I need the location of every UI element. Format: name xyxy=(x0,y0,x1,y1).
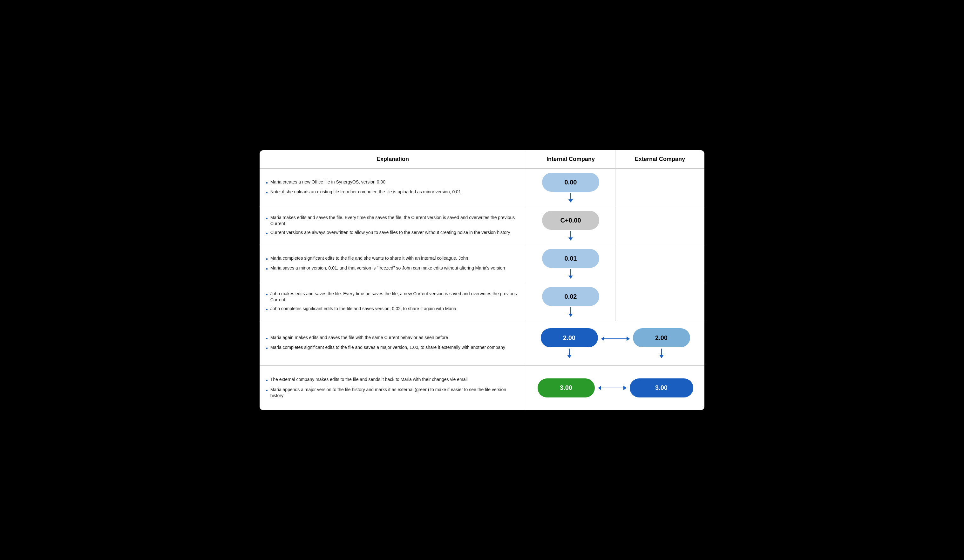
arrow-left xyxy=(601,336,604,341)
version-cell: 0.02 xyxy=(526,283,615,321)
shared-version-row-2: 3.00 3.00 xyxy=(526,366,704,410)
shared-version-row: 2.00 2.00 xyxy=(526,321,704,365)
version-pill: C+0.00 xyxy=(542,211,599,230)
external-cell xyxy=(616,207,704,245)
list-item: ▪ The external company makes edits to th… xyxy=(266,377,519,384)
list-item: ▪ Maria makes edits and saves the file. … xyxy=(266,214,519,227)
list-item: ▪ Maria again makes edits and saves the … xyxy=(266,334,519,342)
internal-header: Internal Company xyxy=(526,150,615,168)
explanation-cell: ▪ John makes edits and saves the file. E… xyxy=(260,283,526,321)
explanation-header: Explanation xyxy=(260,150,526,168)
external-header: External Company xyxy=(616,150,704,168)
version-pill: 0.01 xyxy=(542,249,599,268)
table-row: ▪ Maria again makes edits and saves the … xyxy=(260,321,704,366)
list-item: ▪ Maria appends a major version to the f… xyxy=(266,387,519,399)
arrow-down xyxy=(568,269,573,279)
arrow-down xyxy=(568,193,573,203)
table-row: ▪ John makes edits and saves the file. E… xyxy=(260,283,704,321)
table-row: ▪ Maria creates a new Office file in Syn… xyxy=(260,169,704,207)
bullet-icon: ▪ xyxy=(266,179,268,187)
version-pill-external-2: 3.00 xyxy=(630,378,693,398)
main-table: Explanation Internal Company External Co… xyxy=(260,150,704,410)
bullet-icon: ▪ xyxy=(266,345,268,352)
list-item: ▪ Maria saves a minor version, 0.01, and… xyxy=(266,265,519,273)
bidirectional-arrow xyxy=(601,336,630,341)
external-cell xyxy=(616,245,704,283)
external-version-group: 2.00 xyxy=(633,328,690,358)
bullet-icon: ▪ xyxy=(266,215,268,222)
arrow-right xyxy=(627,336,630,341)
external-version-group-2: 3.00 xyxy=(630,378,693,398)
table-row: ▪ Maria makes edits and saves the file. … xyxy=(260,207,704,245)
explanation-cell: ▪ Maria completes significant edits to t… xyxy=(260,245,526,283)
list-item: ▪ Current versions are always overwritte… xyxy=(266,229,519,237)
list-item: ▪ Maria completes significant edits to t… xyxy=(266,255,519,263)
header-row: Explanation Internal Company External Co… xyxy=(260,150,704,169)
version-pill-internal-2: 3.00 xyxy=(537,378,595,398)
arrow-left-2 xyxy=(598,386,601,390)
version-cell: C+0.00 xyxy=(526,207,615,245)
bullet-icon: ▪ xyxy=(266,387,268,394)
bullet-icon: ▪ xyxy=(266,256,268,263)
explanation-cell: ▪ Maria creates a new Office file in Syn… xyxy=(260,169,526,207)
version-pill: 0.02 xyxy=(542,287,599,306)
explanation-cell: ▪ Maria again makes edits and saves the … xyxy=(260,321,526,365)
bullet-icon: ▪ xyxy=(266,306,268,313)
explanation-cell: ▪ The external company makes edits to th… xyxy=(260,366,526,410)
list-item: ▪ Maria creates a new Office file in Syn… xyxy=(266,179,519,187)
version-cell: 0.01 xyxy=(526,245,615,283)
version-pill-external: 2.00 xyxy=(633,328,690,347)
explanation-cell: ▪ Maria makes edits and saves the file. … xyxy=(260,207,526,245)
table-row: ▪ Maria completes significant edits to t… xyxy=(260,245,704,283)
arrow-line xyxy=(604,338,627,339)
bullet-icon: ▪ xyxy=(266,377,268,384)
version-pill: 0.00 xyxy=(542,173,599,192)
list-item: ▪ Maria completes significant edits to t… xyxy=(266,344,519,352)
list-item: ▪ John makes edits and saves the file. E… xyxy=(266,291,519,303)
external-cell xyxy=(616,169,704,207)
arrow-line-2 xyxy=(601,388,624,388)
bullet-icon: ▪ xyxy=(266,189,268,196)
arrow-down xyxy=(659,349,664,358)
bullet-icon: ▪ xyxy=(266,265,268,273)
list-item: ▪ Note: if she uploads an existing file … xyxy=(266,189,519,196)
internal-version-group-2: 3.00 xyxy=(537,378,595,398)
arrow-down xyxy=(567,349,572,358)
bullet-icon: ▪ xyxy=(266,335,268,342)
list-item: ▪ John completes significant edits to th… xyxy=(266,306,519,313)
version-pill-internal: 2.00 xyxy=(541,328,598,347)
external-cell xyxy=(616,283,704,321)
arrow-down xyxy=(568,231,573,241)
internal-version-group: 2.00 xyxy=(541,328,598,358)
bullet-icon: ▪ xyxy=(266,291,268,298)
arrow-down xyxy=(568,307,573,317)
bidirectional-arrow-2 xyxy=(598,386,627,390)
table-row: ▪ The external company makes edits to th… xyxy=(260,366,704,410)
arrow-right-2 xyxy=(624,386,627,390)
version-cell: 0.00 xyxy=(526,169,615,207)
bullet-icon: ▪ xyxy=(266,230,268,237)
